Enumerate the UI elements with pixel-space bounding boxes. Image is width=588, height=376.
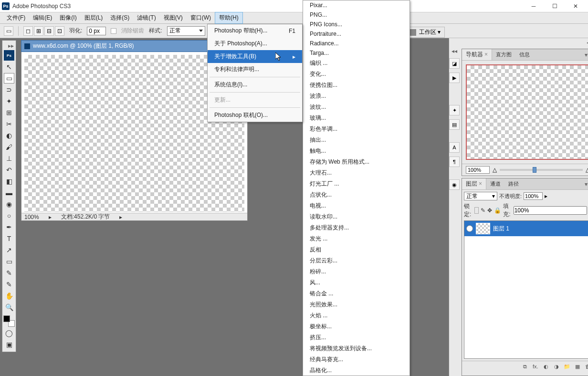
link-icon[interactable]: ⧉ — [521, 363, 529, 370]
menu-item-ps-help[interactable]: Photoshop 帮助(H)...F1 — [208, 24, 302, 37]
zoom-out-icon[interactable]: △ — [493, 167, 497, 173]
plugin-item[interactable]: 光照效果... — [303, 299, 410, 310]
plugin-item[interactable]: 反相 — [303, 244, 410, 255]
quickmask-tool[interactable]: ◯ — [4, 328, 14, 338]
toolbox-collapse-icon[interactable]: ▸▸ — [2, 42, 16, 49]
new-layer-icon[interactable]: ▦ — [574, 363, 581, 370]
plugin-item[interactable]: 挤压... — [303, 332, 410, 343]
dock-icon-1[interactable]: ◪ — [449, 58, 460, 69]
sel-sub-icon[interactable]: ⊟ — [44, 26, 54, 36]
plugin-item[interactable]: 编织 ... — [303, 58, 410, 69]
gradient-tool[interactable]: ▬ — [4, 188, 14, 198]
blur-tool[interactable]: ◉ — [4, 199, 14, 209]
menu-select[interactable]: 选择(S) — [106, 12, 133, 23]
blend-mode-select[interactable]: 正常▾ — [464, 192, 497, 200]
brush-tool[interactable]: 🖌 — [4, 142, 14, 152]
plugin-item[interactable]: Radiance... — [303, 39, 410, 48]
layer-item[interactable]: 图层 1 — [464, 221, 588, 236]
screenmode-tool[interactable]: ▣ — [4, 339, 14, 350]
marquee-tool[interactable]: ▭ — [4, 73, 14, 84]
shape-tool[interactable]: ▭ — [4, 256, 14, 267]
lock-brush-icon[interactable]: ✎ — [481, 207, 485, 214]
menu-layer[interactable]: 图层(L) — [81, 12, 107, 23]
dock-icon-2[interactable]: ▶ — [449, 73, 460, 83]
opacity-input[interactable] — [524, 192, 543, 200]
feather-input[interactable] — [87, 27, 106, 35]
menu-view[interactable]: 视图(V) — [160, 12, 187, 23]
plugin-item[interactable]: 触电... — [303, 146, 410, 157]
lock-trans-icon[interactable] — [474, 207, 479, 214]
heal-tool[interactable]: ◐ — [4, 130, 14, 141]
plugin-item[interactable]: PNG Icons... — [303, 20, 410, 29]
plugin-item[interactable]: 波浪... — [303, 91, 410, 102]
fx-icon[interactable]: fx. — [532, 363, 539, 370]
tab-histogram[interactable]: 直方图 — [492, 50, 515, 60]
plugin-item[interactable]: 将视频预览发送到设备... — [303, 343, 410, 354]
plugin-item[interactable]: 粉碎... — [303, 266, 410, 277]
plugin-item[interactable]: 分层云彩... — [303, 255, 410, 266]
path-tool[interactable]: ↗ — [4, 245, 14, 255]
adjust-icon[interactable]: ◑ — [553, 363, 560, 370]
pen-tool[interactable]: ✒ — [4, 222, 14, 232]
panel-menu-icon[interactable]: ▾≡ — [582, 52, 588, 58]
crop-tool[interactable]: ⊞ — [4, 107, 14, 118]
zoom-value[interactable]: 100% — [24, 214, 39, 220]
dock-icon-5[interactable]: A — [449, 142, 460, 153]
zoom-in-icon[interactable]: △ — [586, 167, 588, 173]
eraser-tool[interactable]: ◧ — [4, 176, 14, 187]
eyedropper-tool[interactable]: ✎ — [4, 279, 14, 290]
marquee-tool-icon[interactable]: ▭ — [4, 26, 13, 36]
slice-tool[interactable]: ✂ — [4, 119, 14, 129]
folder-icon[interactable]: 📁 — [563, 363, 571, 370]
plugin-item[interactable]: 点状化... — [303, 189, 410, 200]
type-tool[interactable]: T — [4, 233, 14, 244]
plugin-item[interactable]: 波纹... — [303, 102, 410, 113]
tab-channels[interactable]: 通道 — [486, 179, 504, 189]
stamp-tool[interactable]: ⊥ — [4, 153, 14, 164]
menu-edit[interactable]: 编辑(E) — [29, 12, 56, 23]
antialias-checkbox[interactable] — [111, 28, 116, 34]
tab-paths[interactable]: 路径 — [504, 179, 523, 189]
notes-tool[interactable]: ✎ — [4, 268, 14, 278]
plugin-item[interactable]: 电视... — [303, 200, 410, 211]
lock-all-icon[interactable]: 🔒 — [494, 207, 501, 214]
style-select[interactable]: 正常 — [167, 26, 205, 36]
menu-file[interactable]: 文件(F) — [3, 12, 29, 23]
mask-icon[interactable]: ◐ — [542, 363, 550, 370]
menu-window[interactable]: 窗口(W) — [187, 12, 215, 23]
nav-zoom-input[interactable] — [466, 166, 490, 174]
tab-layers[interactable]: 图层× — [462, 178, 486, 189]
tab-info[interactable]: 信息 — [515, 50, 534, 60]
plugin-item[interactable]: 火焰 ... — [303, 310, 410, 321]
sel-new-icon[interactable]: ◻ — [23, 26, 33, 36]
tab-navigator[interactable]: 导航器× — [462, 49, 492, 60]
panels-collapse-icon[interactable]: ◂◂ — [460, 38, 588, 47]
color-swatches[interactable] — [3, 315, 15, 327]
plugin-item[interactable]: 晶格化... — [303, 365, 410, 376]
plugin-item[interactable]: 便携位图... — [303, 80, 410, 91]
plugin-item[interactable]: 极坐标... — [303, 321, 410, 332]
dock-icon-3[interactable]: ✦ — [449, 105, 460, 115]
zoom-tool[interactable]: 🔍 — [4, 302, 14, 313]
menu-item-legal[interactable]: 专利和法律声明... — [208, 63, 302, 76]
menu-filter[interactable]: 滤镜(T) — [133, 12, 159, 23]
plugin-item[interactable]: 铬合金 ... — [303, 288, 410, 299]
lasso-tool[interactable]: ⊃ — [4, 84, 14, 95]
workspace-switcher[interactable]: 工作区 ▾ — [404, 27, 445, 38]
dock-icon-6[interactable]: ¶ — [449, 157, 460, 167]
close-button[interactable]: ✕ — [565, 0, 586, 12]
lock-move-icon[interactable]: ✥ — [487, 207, 492, 214]
fill-input[interactable] — [514, 206, 587, 215]
navigator-thumbnail[interactable] — [466, 64, 588, 160]
plugin-item[interactable]: 发光 ... — [303, 233, 410, 244]
maximize-button[interactable]: ☐ — [544, 0, 565, 12]
wand-tool[interactable]: ✦ — [4, 96, 14, 106]
move-tool[interactable]: ↖ — [4, 62, 14, 72]
layer-thumbnail[interactable] — [476, 223, 490, 234]
dock-collapse-icon[interactable]: ◂◂ — [452, 48, 457, 54]
menu-image[interactable]: 图像(I) — [56, 12, 80, 23]
plugin-item[interactable]: 多处理器支持... — [303, 222, 410, 233]
plugin-item[interactable]: 变化... — [303, 69, 410, 80]
plugin-item[interactable]: 读取水印... — [303, 211, 410, 222]
hand-tool[interactable]: ✋ — [4, 291, 14, 301]
